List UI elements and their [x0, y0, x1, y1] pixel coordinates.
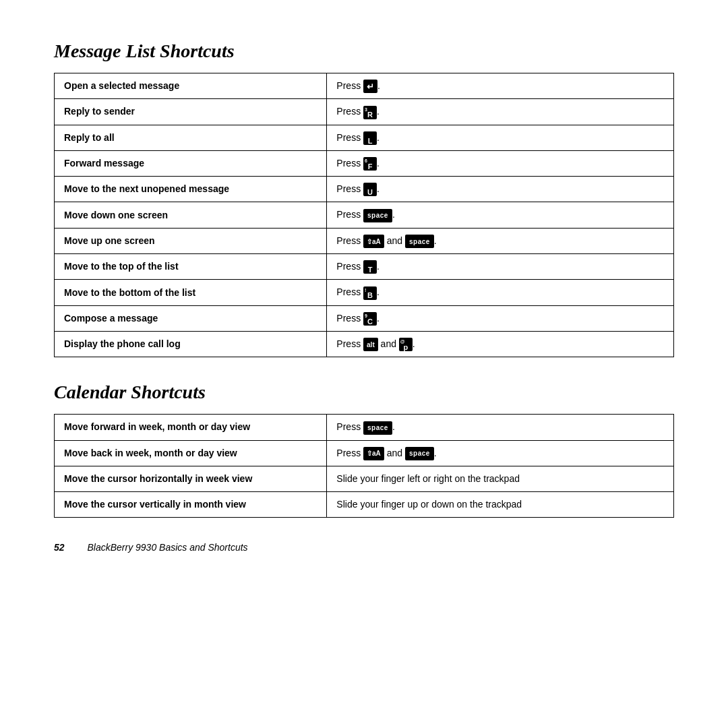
key-cell: Slide your finger up or down on the trac…	[327, 491, 674, 517]
key-cell: Press L.	[327, 125, 674, 150]
table-row: Move up one screenPress ⇧aA and space.	[55, 228, 674, 253]
table-row: Compose a messagePress 9C.	[55, 305, 674, 331]
action-cell: Open a selected message	[55, 73, 327, 99]
key-cell: Press ⇧aA and space.	[327, 228, 674, 253]
key-cell: Press 6F.	[327, 150, 674, 176]
key-cell: Press T.	[327, 254, 674, 280]
action-cell: Move up one screen	[55, 228, 327, 253]
table-row: Move to the next unopened messagePress U…	[55, 177, 674, 202]
calendar-shortcuts-table: Move forward in week, month or day viewP…	[54, 414, 674, 518]
key-cell: Press 3R.	[327, 99, 674, 125]
key-cell: Press ↵.	[327, 73, 674, 99]
table-row: Move back in week, month or day viewPres…	[55, 440, 674, 466]
table-row: Move the cursor vertically in month view…	[55, 491, 674, 517]
footer-text: BlackBerry 9930 Basics and Shortcuts	[87, 542, 247, 553]
table-row: Move the cursor horizontally in week vie…	[55, 466, 674, 491]
key-cell: Press 9C.	[327, 305, 674, 331]
action-cell: Forward message	[55, 150, 327, 176]
table-row: Open a selected messagePress ↵.	[55, 73, 674, 99]
action-cell: Move to the top of the list	[55, 254, 327, 280]
action-cell: Move forward in week, month or day view	[55, 415, 327, 440]
table-row: Move to the top of the listPress T.	[55, 254, 674, 280]
action-cell: Compose a message	[55, 305, 327, 331]
table-row: Reply to senderPress 3R.	[55, 99, 674, 125]
action-cell: Move back in week, month or day view	[55, 440, 327, 466]
section1-title: Message List Shortcuts	[54, 40, 674, 62]
action-cell: Display the phone call log	[55, 331, 327, 357]
table-row: Move down one screenPress space.	[55, 202, 674, 228]
action-cell: Move the cursor vertically in month view	[55, 491, 327, 517]
table-row: Display the phone call logPress alt and …	[55, 331, 674, 357]
key-cell: Press space.	[327, 415, 674, 440]
message-shortcuts-table: Open a selected messagePress ↵.Reply to …	[54, 73, 674, 357]
action-cell: Move to the bottom of the list	[55, 280, 327, 305]
action-cell: Move down one screen	[55, 202, 327, 228]
table-row: Reply to allPress L.	[55, 125, 674, 150]
footer: 52 BlackBerry 9930 Basics and Shortcuts	[54, 542, 674, 553]
action-cell: Move to the next unopened message	[55, 177, 327, 202]
table-row: Move to the bottom of the listPress !B.	[55, 280, 674, 305]
key-cell: Press !B.	[327, 280, 674, 305]
action-cell: Reply to all	[55, 125, 327, 150]
table-row: Move forward in week, month or day viewP…	[55, 415, 674, 440]
table-row: Forward messagePress 6F.	[55, 150, 674, 176]
section2-title: Calendar Shortcuts	[54, 382, 674, 403]
footer-page: 52	[54, 542, 65, 553]
key-cell: Press alt and @p.	[327, 331, 674, 357]
action-cell: Reply to sender	[55, 99, 327, 125]
key-cell: Press space.	[327, 202, 674, 228]
key-cell: Slide your finger left or right on the t…	[327, 466, 674, 491]
key-cell: Press ⇧aA and space.	[327, 440, 674, 466]
action-cell: Move the cursor horizontally in week vie…	[55, 466, 327, 491]
key-cell: Press U.	[327, 177, 674, 202]
